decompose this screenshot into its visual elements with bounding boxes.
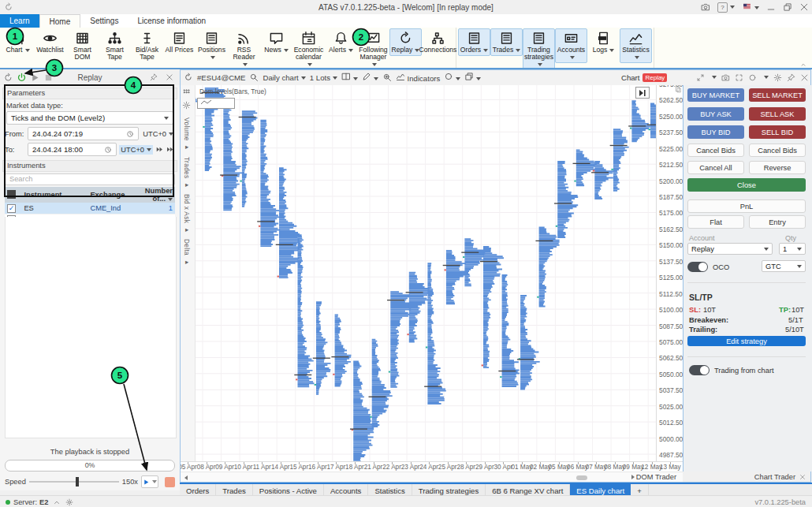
panel-close-icon[interactable] — [166, 73, 173, 81]
language-button[interactable] — [742, 2, 759, 12]
power-button[interactable] — [17, 73, 27, 83]
skip-to-end-icon[interactable] — [166, 145, 175, 154]
oco-toggle[interactable] — [687, 262, 708, 272]
layout-select[interactable] — [341, 72, 358, 83]
sell-bid-button[interactable]: SELL BID — [749, 125, 806, 139]
indicators-button[interactable]: Indicators — [396, 72, 440, 83]
column-header-number-of-[interactable]: Number of... — [143, 187, 175, 203]
instrument-search-input[interactable]: Search — [5, 173, 175, 185]
cancel-all-button[interactable]: Cancel All — [687, 161, 744, 174]
symbol-label[interactable]: #ESU4@CME — [197, 73, 245, 82]
ribbon-button-smart-dom[interactable]: Smart DOM — [66, 28, 99, 63]
account-select[interactable]: Replay — [687, 243, 773, 255]
style-circle-icon[interactable] — [748, 73, 757, 82]
ribbon-tab-home[interactable]: Home — [39, 14, 81, 28]
side-tab-bid-x-ask[interactable]: Bid x Ask ▸ — [183, 194, 191, 233]
stop-button-top[interactable] — [43, 73, 54, 83]
cancel-bids-button-right[interactable]: Cancel Bids — [749, 144, 806, 157]
reverse-button[interactable]: Reverse — [749, 161, 806, 174]
calendar-icon[interactable] — [104, 146, 112, 154]
play-button-top[interactable] — [30, 73, 40, 83]
parameters-section-header[interactable]: Parameters — [2, 88, 177, 99]
flat-button[interactable]: Flat — [687, 215, 744, 229]
pin-icon[interactable] — [150, 73, 158, 81]
qty-input[interactable]: 1 — [779, 243, 806, 255]
market-data-type-select[interactable]: Ticks and the DOM (Level2) — [6, 111, 173, 125]
ribbon-button-smart-tape[interactable]: Smart Tape — [99, 28, 131, 63]
theme-select[interactable] — [444, 72, 460, 83]
ribbon-button-bid-ask-tape[interactable]: Bid/Ask Tape — [131, 28, 163, 63]
select-all-header[interactable] — [5, 187, 21, 203]
sell-market-button[interactable]: SELL MARKET — [749, 88, 806, 102]
speed-slider-handle[interactable] — [76, 477, 79, 486]
ribbon-button-logs[interactable]: Logs — [587, 28, 620, 56]
zoom-in-icon[interactable] — [382, 73, 392, 82]
ribbon-button-following-manager[interactable]: Following Manager — [357, 28, 389, 70]
ribbon-button-accounts[interactable]: Accounts — [555, 28, 587, 63]
restore-button[interactable] — [783, 2, 792, 12]
window-select[interactable] — [464, 72, 481, 83]
tif-select[interactable]: GTC — [762, 260, 806, 272]
server-expand-icon[interactable] — [53, 498, 61, 506]
scrollbar-thumb[interactable] — [576, 475, 587, 480]
indicator-overlay-label[interactable]: Dom levels(Bars, True) — [199, 88, 266, 95]
ribbon-button-economic-calendar[interactable]: Economic calendar — [292, 28, 325, 70]
status-gear-icon[interactable] — [65, 498, 73, 506]
from-input[interactable]: 24.04.24 07:19 — [28, 127, 139, 140]
playback-stop-button[interactable] — [165, 477, 175, 487]
entry-button[interactable]: Entry — [749, 215, 806, 229]
speed-slider[interactable] — [29, 481, 119, 483]
lots-select[interactable]: 1 Lots — [310, 73, 337, 82]
cancel-bids-button-left[interactable]: Cancel Bids — [687, 144, 744, 157]
go-to-latest-button[interactable] — [635, 87, 650, 99]
edit-strategy-button[interactable]: Edit strategy — [687, 336, 806, 346]
close-button[interactable] — [799, 2, 809, 12]
to-utc-select[interactable]: UTC+0 — [119, 145, 153, 155]
ribbon-tab-learn[interactable]: Learn — [0, 14, 39, 28]
draw-select[interactable] — [362, 72, 378, 83]
resize-icon[interactable] — [696, 73, 705, 82]
chart-pin-icon[interactable] — [787, 73, 795, 82]
indicator-legend-box[interactable] — [197, 98, 235, 109]
side-tab-trades[interactable]: Trades ▸ — [183, 157, 191, 188]
chart-trader-close-icon[interactable] — [799, 474, 806, 480]
chart-trader-tab[interactable]: Chart Trader — [725, 472, 812, 483]
date-axis[interactable]: 05 Apr08 Apr09 Apr10 Apr11 Apr14 Apr15 A… — [180, 461, 683, 472]
period-select[interactable]: Daily chart — [263, 73, 305, 82]
playback-play-button[interactable] — [141, 475, 158, 488]
chart-plot[interactable] — [196, 85, 656, 461]
drag-grip-icon[interactable] — [182, 88, 191, 96]
ribbon-tab-license-information[interactable]: License information — [128, 14, 215, 28]
ribbon-button-positions[interactable]: Positions — [196, 28, 228, 63]
playback-progress[interactable]: 0% — [5, 460, 175, 472]
ribbon-button-rss-reader[interactable]: RSS Reader — [228, 28, 260, 70]
pnl-button[interactable]: PnL — [687, 199, 806, 213]
buy-market-button[interactable]: BUY MARKET — [687, 88, 744, 102]
table-row-es[interactable]: ✓ESCME_Ind1 — [5, 203, 175, 214]
instruments-section-header[interactable]: Instruments — [2, 160, 177, 172]
to-input[interactable]: 24.04.24 18:00 — [28, 143, 117, 156]
side-tab-volume[interactable]: Volume ▸ — [183, 117, 191, 151]
search-icon[interactable] — [249, 73, 259, 82]
fast-forward-icon[interactable] — [155, 145, 164, 154]
price-axis[interactable]: 5275.005262.505250.005237.505225.005212.… — [656, 85, 683, 461]
ribbon-tab-settings[interactable]: Settings — [80, 14, 128, 28]
ribbon-button-all-prices[interactable]: All Prices — [163, 28, 196, 56]
help-button[interactable]: ? — [717, 2, 735, 13]
buy-bid-button[interactable]: BUY BID — [687, 125, 744, 139]
ribbon-button-trading-strategies[interactable]: Trading strategies — [523, 28, 555, 70]
settings-gear-icon[interactable] — [773, 73, 782, 82]
fullscreen-icon[interactable] — [735, 73, 743, 82]
minimize-button[interactable] — [766, 2, 776, 12]
ribbon-button-trades[interactable]: Trades — [490, 28, 523, 56]
scroll-left-icon[interactable] — [184, 475, 188, 480]
ribbon-button-replay[interactable]: Replay — [389, 28, 422, 56]
row-checkbox[interactable]: ✓ — [5, 203, 21, 214]
side-gear-icon[interactable] — [182, 101, 191, 110]
column-header-instrument[interactable]: Instrument — [21, 187, 88, 203]
chart-scrollbar[interactable]: DOM Trader — [180, 472, 683, 483]
trading-from-chart-toggle[interactable] — [689, 365, 710, 375]
ribbon-button-news[interactable]: News — [260, 28, 292, 56]
from-utc-select[interactable]: UTC+0 — [141, 129, 175, 139]
side-tab-delta[interactable]: Delta ▸ — [183, 239, 191, 266]
